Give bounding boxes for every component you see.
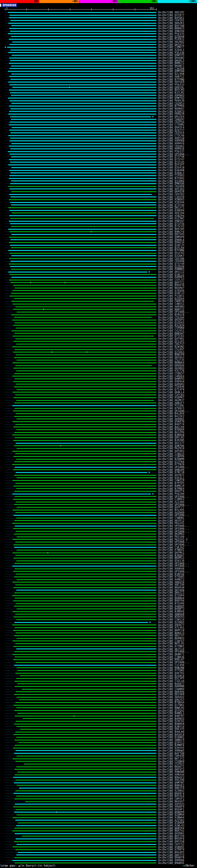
hit-label[interactable]: UniRef100_B3M9X8 bbox=[158, 434, 185, 436]
alignment-bar[interactable] bbox=[9, 258, 156, 259]
alignment-bar[interactable] bbox=[9, 237, 156, 238]
hit-label[interactable]: UniRef100_Q4T821 bbox=[158, 474, 185, 477]
alignment-bar[interactable] bbox=[17, 844, 156, 845]
alignment-bar[interactable] bbox=[8, 151, 156, 152]
alignment-bar[interactable] bbox=[12, 595, 156, 596]
alignment-bar[interactable] bbox=[12, 817, 156, 818]
hit-label[interactable]: UniRef100_UPI000... bbox=[158, 495, 189, 498]
hit-label[interactable]: UniRef100_A9UKV6 bbox=[158, 567, 185, 570]
alignment-bar[interactable] bbox=[14, 491, 156, 492]
alignment-bar[interactable] bbox=[15, 849, 156, 850]
alignment-bar[interactable] bbox=[10, 266, 156, 267]
hit-label[interactable]: UniRef100_UPI000... bbox=[158, 514, 189, 517]
hit-label[interactable]: UniRef100_Q23BQ5 bbox=[158, 621, 185, 623]
alignment-bar[interactable] bbox=[9, 122, 156, 123]
hit-label[interactable]: UniRef100_B4QT74 bbox=[158, 423, 185, 426]
hit-label[interactable]: UniRef100_A9GH77 bbox=[158, 623, 185, 626]
alignment-bar[interactable] bbox=[16, 809, 156, 810]
hit-label[interactable]: UniRef100_A7RC10 bbox=[158, 471, 185, 474]
alignment-bar[interactable] bbox=[17, 667, 156, 668]
alignment-bar[interactable] bbox=[16, 502, 156, 502]
hit-label[interactable]: UniRef100_B7P5P5 bbox=[158, 482, 185, 485]
hit-label[interactable]: UniRef100_B9GGF3 bbox=[158, 776, 185, 779]
alignment-bar[interactable] bbox=[9, 15, 156, 16]
alignment-bar[interactable] bbox=[22, 689, 156, 690]
alignment-bar[interactable] bbox=[15, 365, 152, 366]
hit-label[interactable]: UniRef100_B8PM12 bbox=[158, 557, 185, 559]
alignment-bar[interactable] bbox=[12, 523, 156, 524]
alignment-bar[interactable] bbox=[13, 352, 156, 352]
hit-label[interactable]: UniRef100_A9S194 bbox=[158, 212, 185, 214]
alignment-bar[interactable] bbox=[15, 306, 156, 307]
hit-label[interactable]: UniRef100_A9V944 bbox=[158, 380, 185, 383]
hit-label[interactable]: UniRef100_C6V5U1 bbox=[158, 19, 185, 22]
hit-label[interactable]: UniRef100_Q0DJC9 bbox=[158, 787, 185, 789]
alignment-bar[interactable] bbox=[16, 737, 156, 738]
hit-label[interactable]: UniRef100_A0DV26 bbox=[158, 581, 185, 584]
hit-label[interactable]: UniRef100_UPI000... bbox=[158, 543, 189, 546]
alignment-bar[interactable] bbox=[12, 480, 156, 481]
hit-label[interactable]: UniRef100_B4J2E2 bbox=[158, 415, 185, 418]
hit-label[interactable]: UniRef100_B7QDG4 bbox=[158, 701, 185, 704]
alignment-bar[interactable] bbox=[13, 616, 156, 617]
alignment-bar[interactable] bbox=[15, 774, 156, 775]
hit-label[interactable]: UniRef100_UPI000... bbox=[158, 409, 189, 412]
hit-label[interactable]: UniRef100_A4ZHQ9 bbox=[158, 511, 185, 514]
alignment-bar[interactable] bbox=[14, 606, 156, 607]
alignment-bar[interactable] bbox=[16, 443, 156, 444]
alignment-bar[interactable] bbox=[16, 354, 156, 355]
hit-label[interactable]: UniRef100_P63241-2 bbox=[158, 538, 188, 541]
alignment-bar[interactable] bbox=[13, 545, 156, 545]
hit-label[interactable]: UniRef100_Q71C61 bbox=[158, 335, 185, 338]
alignment-bar[interactable] bbox=[12, 304, 156, 305]
hit-label[interactable]: UniRef100_C0PGF2 bbox=[158, 798, 185, 800]
alignment-bar[interactable] bbox=[16, 619, 156, 620]
hit-label[interactable]: UniRef100_A7TN26 bbox=[158, 463, 185, 466]
hit-label[interactable]: UniRef100_Q6PQ38 bbox=[158, 190, 185, 193]
alignment-bar[interactable] bbox=[14, 635, 156, 636]
alignment-bar[interactable] bbox=[11, 293, 156, 294]
alignment-bar[interactable] bbox=[14, 402, 156, 403]
hit-label[interactable]: UniRef100_C4YCB3 bbox=[158, 394, 185, 396]
hit-label[interactable]: UniRef100_Q9LEE4 bbox=[158, 116, 185, 118]
alignment-bar[interactable] bbox=[17, 536, 156, 537]
hit-label[interactable]: UniRef100_Q32DK6 bbox=[158, 180, 185, 182]
alignment-bar[interactable] bbox=[18, 772, 156, 773]
alignment-bar[interactable] bbox=[10, 183, 156, 184]
hit-label[interactable]: UniRef100_B6GH38 bbox=[158, 586, 185, 589]
hit-label[interactable]: UniRef100_Q2QM94 bbox=[158, 813, 185, 816]
hit-label[interactable]: UniRef100_Q65V21 bbox=[158, 43, 185, 46]
hit-label[interactable]: UniRef100_B3S0C6 bbox=[158, 674, 185, 677]
alignment-bar[interactable] bbox=[14, 373, 156, 374]
alignment-bar[interactable] bbox=[8, 229, 156, 230]
hit-label[interactable]: UniRef100_P56333 bbox=[158, 83, 185, 86]
alignment-bar[interactable] bbox=[15, 732, 156, 733]
hit-label[interactable]: UniRef100_C1FD63 bbox=[158, 174, 185, 177]
alignment-bar[interactable] bbox=[9, 274, 156, 275]
alignment-bar[interactable] bbox=[16, 855, 156, 856]
alignment-bar[interactable] bbox=[14, 317, 152, 318]
hit-label[interactable]: UniRef100_C6SVE0 bbox=[158, 185, 185, 188]
alignment-bar[interactable] bbox=[13, 309, 156, 310]
hit-label[interactable]: UniRef100_A1Z3W7 bbox=[158, 217, 185, 220]
alignment-bar[interactable] bbox=[10, 239, 156, 240]
hit-label[interactable]: UniRef100_Q43F77 bbox=[158, 506, 185, 509]
hit-label[interactable]: UniRef100_B3TLM2 bbox=[158, 91, 185, 94]
alignment-bar[interactable] bbox=[17, 418, 156, 420]
hit-label[interactable]: UniRef100_Q8GT73 bbox=[158, 854, 185, 856]
alignment-bar[interactable] bbox=[16, 370, 156, 371]
hit-label[interactable]: UniRef100_B7G5P6 bbox=[158, 602, 185, 605]
alignment-bar[interactable] bbox=[9, 84, 156, 85]
alignment-bar[interactable] bbox=[10, 108, 156, 109]
hit-label[interactable]: UniRef100_C6ZH53 bbox=[158, 102, 185, 105]
alignment-bar[interactable] bbox=[15, 424, 156, 425]
alignment-bar[interactable] bbox=[10, 261, 156, 262]
alignment-bar[interactable] bbox=[9, 68, 156, 69]
alignment-bar[interactable] bbox=[9, 253, 156, 254]
hit-label[interactable]: UniRef100_B5RU1B bbox=[158, 313, 185, 316]
alignment-bar[interactable] bbox=[20, 675, 156, 676]
alignment-bar[interactable] bbox=[14, 710, 156, 711]
alignment-bar[interactable] bbox=[12, 320, 156, 320]
hit-label[interactable]: UniRef100_P2330L bbox=[158, 404, 185, 407]
alignment-bar[interactable] bbox=[9, 296, 156, 297]
